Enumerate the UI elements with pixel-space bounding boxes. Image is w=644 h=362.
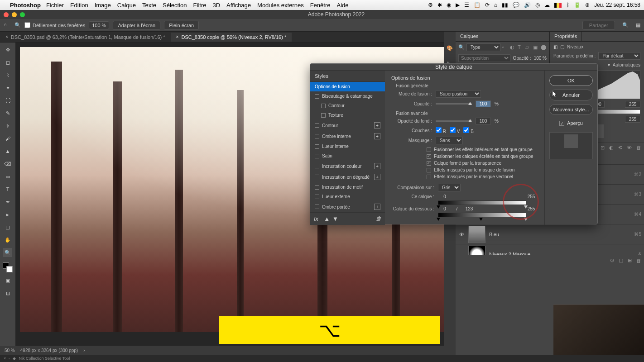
add-icon[interactable]: +	[374, 174, 380, 180]
expand-icon[interactable]: ▫	[9, 356, 10, 361]
color-overlay-item[interactable]: Incrustation couleur+	[310, 161, 385, 171]
inner-glow-item[interactable]: Lueur interne	[310, 142, 385, 151]
quickmask-tool[interactable]: ▣	[3, 276, 12, 285]
app-menu[interactable]: Photoshop	[10, 2, 41, 9]
reset-icon[interactable]: ⟲	[618, 145, 622, 151]
healing-tool[interactable]: ⚕	[3, 121, 12, 130]
wifi-icon[interactable]: ⊕	[585, 2, 590, 8]
status-icon[interactable]: 💬	[513, 2, 519, 8]
full-screen-button[interactable]: Plein écran	[164, 21, 199, 30]
add-icon[interactable]: +	[374, 204, 380, 210]
nik-collection-bar[interactable]: × ▫ ◆ Nik Collection Selective Tool	[0, 355, 644, 362]
trash-icon[interactable]: 🗑	[375, 215, 381, 222]
status-icon[interactable]: ▶	[456, 2, 460, 8]
status-icon[interactable]: 📋	[474, 2, 481, 8]
add-icon[interactable]: +	[374, 163, 380, 169]
status-icon[interactable]: ⌂	[494, 2, 497, 8]
doc-dimensions[interactable]: 4928 px x 3264 px (300 ppp)	[20, 348, 78, 353]
underlying-layer-slider[interactable]	[438, 213, 526, 217]
status-icon[interactable]: ▮▮	[502, 2, 508, 8]
move-down-icon[interactable]: ▼	[332, 215, 338, 222]
minimize-window-button[interactable]	[12, 12, 17, 17]
auto-button[interactable]: Automatiques	[613, 62, 640, 67]
load-selection-icon[interactable]: ⊙	[610, 257, 614, 263]
menu-text[interactable]: Texte	[142, 2, 156, 9]
brush-tool[interactable]: 🖌	[3, 134, 12, 143]
path-select-tool[interactable]: ▸	[3, 210, 12, 219]
wand-tool[interactable]: ✦	[3, 83, 12, 92]
marquee-tool[interactable]: ◻	[3, 58, 12, 67]
blend-interior-checkbox[interactable]: Fusionner les effets intérieurs en tant …	[427, 147, 538, 152]
status-icon[interactable]: ◉	[447, 2, 451, 8]
channel-select-icon[interactable]: ▾	[608, 62, 610, 67]
output-white-input[interactable]	[625, 116, 640, 123]
zoom-level[interactable]: 100 %	[89, 21, 109, 29]
visibility-toggle[interactable]: 👁	[458, 232, 465, 237]
menu-layer[interactable]: Calque	[117, 2, 136, 9]
vector-mask-hides-checkbox[interactable]: Effets masqués par le masque vectoriel	[427, 174, 538, 179]
inner-shadow-item[interactable]: Ombre interne+	[310, 131, 385, 142]
fx-icon[interactable]: fx	[314, 215, 318, 222]
cancel-button[interactable]: Annuler	[549, 90, 593, 100]
move-up-icon[interactable]: ▲	[324, 215, 330, 222]
preset-select[interactable]: Par défaut	[598, 52, 640, 60]
panel-icon[interactable]: 🎨	[447, 45, 454, 52]
menu-file[interactable]: Fichier	[46, 2, 64, 9]
menu-edit[interactable]: Edition	[70, 2, 88, 9]
close-window-button[interactable]	[4, 12, 9, 17]
blend-clipped-checkbox[interactable]: Fusionner les calques écrêtés en tant qu…	[427, 154, 538, 159]
screenmode-tool[interactable]: ⊡	[3, 289, 12, 298]
hand-tool[interactable]: ✋	[3, 235, 12, 244]
opacity-slider[interactable]	[436, 103, 472, 105]
maximize-window-button[interactable]	[20, 12, 25, 17]
clip-icon[interactable]: ⊡	[601, 145, 605, 151]
clock[interactable]: Jeu. 22 sept. 16:58	[594, 2, 640, 8]
channel-v-checkbox[interactable]: V	[450, 127, 460, 134]
prev-state-icon[interactable]: ◐	[609, 145, 614, 151]
eraser-tool[interactable]: ⌫	[3, 159, 12, 168]
drop-shadow-item[interactable]: Ombre portée+	[310, 201, 385, 212]
add-icon[interactable]: +	[374, 122, 380, 129]
move-tool[interactable]: ✥	[3, 45, 12, 54]
type-tool[interactable]: T	[3, 185, 12, 194]
gradient-overlay-item[interactable]: Incrustation en dégradé+	[310, 171, 385, 182]
pen-tool[interactable]: ✒	[3, 197, 12, 206]
status-icon[interactable]: ☁	[544, 2, 550, 8]
blend-mode-select[interactable]: Superposition	[458, 54, 510, 62]
channel-row[interactable]: 👁 Bleu ⌘5	[456, 224, 644, 244]
ok-button[interactable]: OK	[549, 75, 593, 86]
menu-plugins[interactable]: Modules externes	[257, 2, 304, 9]
delete-channel-icon[interactable]: 🗑	[636, 258, 641, 263]
properties-panel-tab[interactable]: Propriétés	[550, 32, 582, 41]
shape-tool[interactable]: ▢	[3, 223, 12, 232]
levels-white-input[interactable]	[625, 101, 640, 108]
menu-view[interactable]: Affichage	[226, 2, 251, 9]
save-selection-icon[interactable]: ▢	[619, 257, 623, 263]
satin-item[interactable]: Satin	[310, 151, 385, 161]
status-icon[interactable]: ⟳	[485, 2, 490, 8]
mask-hides-checkbox[interactable]: Effets masqués par le masque de fusion	[427, 167, 538, 172]
stamp-tool[interactable]: ▲	[3, 147, 12, 156]
opacity-value[interactable]: 100 %	[534, 56, 547, 61]
search-icon[interactable]: 🔍	[622, 22, 629, 28]
filter-type-icon[interactable]: T	[518, 44, 524, 50]
styles-header[interactable]: Styles	[310, 71, 385, 82]
outer-glow-item[interactable]: Lueur externe	[310, 192, 385, 201]
filter-adjust-icon[interactable]: ◐	[510, 44, 516, 50]
workspace-icon[interactable]: ▦	[636, 22, 640, 28]
texture-item[interactable]: Texture	[310, 110, 385, 120]
contour-item[interactable]: Contour	[310, 101, 385, 110]
new-channel-icon[interactable]: ⊞	[628, 257, 632, 263]
document-tab[interactable]: ×DSC_8350.psd @ 63,2% (Teinte/Saturation…	[0, 33, 171, 42]
gradient-tool[interactable]: ▭	[3, 172, 12, 181]
fit-screen-button[interactable]: Adapter à l'écran	[113, 21, 160, 30]
channel-row[interactable]: Niveaux 2 Masque &	[456, 244, 644, 255]
current-tool-icon[interactable]: 🔍	[14, 22, 21, 29]
filter-toggle[interactable]: ⬤	[541, 44, 547, 50]
filter-image-icon[interactable]: ▫	[502, 44, 508, 50]
document-tab[interactable]: ×DSC_8350 copie @ 50% (Niveaux 2, RV8/16…	[171, 33, 292, 42]
this-layer-slider[interactable]	[438, 200, 526, 205]
fill-opacity-input[interactable]	[476, 118, 491, 124]
lasso-tool[interactable]: ⌇	[3, 71, 12, 80]
new-style-button[interactable]: Nouveau style...	[549, 104, 593, 115]
